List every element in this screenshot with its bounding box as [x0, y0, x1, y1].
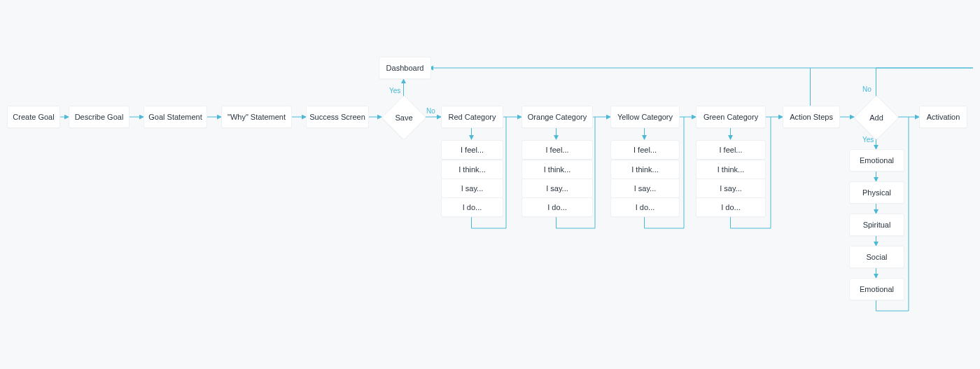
red-feel: I feel...	[441, 140, 503, 160]
green-think: I think...	[696, 160, 766, 179]
yellow-say: I say...	[610, 179, 680, 198]
red-think: I think...	[441, 160, 503, 179]
node-orange-category: Orange Category	[522, 106, 593, 128]
node-activation: Activation	[919, 106, 967, 128]
node-why-statement: "Why" Statement	[221, 106, 292, 128]
node-action-steps: Action Steps	[783, 106, 840, 128]
green-do: I do...	[696, 197, 766, 217]
yellow-feel: I feel...	[610, 140, 680, 160]
node-goal-statement: Goal Statement	[144, 106, 207, 128]
label-add-no: No	[862, 85, 872, 93]
yellow-think: I think...	[610, 160, 680, 179]
node-describe-goal: Describe Goal	[69, 106, 130, 128]
node-green-category: Green Category	[696, 106, 766, 128]
node-success-screen: Success Screen	[306, 106, 369, 128]
orange-do: I do...	[522, 197, 593, 217]
node-create-goal: Create Goal	[7, 106, 60, 128]
green-feel: I feel...	[696, 140, 766, 160]
yellow-do: I do...	[610, 197, 680, 217]
orange-feel: I feel...	[522, 140, 593, 160]
decision-save: Save	[381, 95, 426, 140]
step-spiritual: Spiritual	[849, 214, 904, 236]
step-social: Social	[849, 246, 904, 268]
flowchart-canvas: Dashboard Create Goal Describe Goal Goal…	[0, 0, 980, 369]
label-add-yes: Yes	[862, 136, 874, 144]
red-do: I do...	[441, 197, 503, 217]
label-save-yes: Yes	[389, 87, 400, 95]
node-dashboard: Dashboard	[379, 57, 431, 79]
step-physical: Physical	[849, 181, 904, 204]
orange-think: I think...	[522, 160, 593, 179]
step-emotional-1: Emotional	[849, 149, 904, 172]
green-say: I say...	[696, 179, 766, 198]
step-emotional-2: Emotional	[849, 278, 904, 300]
decision-add: Add	[853, 95, 899, 140]
node-red-category: Red Category	[441, 106, 503, 128]
label-save-no: No	[426, 107, 435, 115]
red-say: I say...	[441, 179, 503, 198]
node-yellow-category: Yellow Category	[610, 106, 680, 128]
orange-say: I say...	[522, 179, 593, 198]
